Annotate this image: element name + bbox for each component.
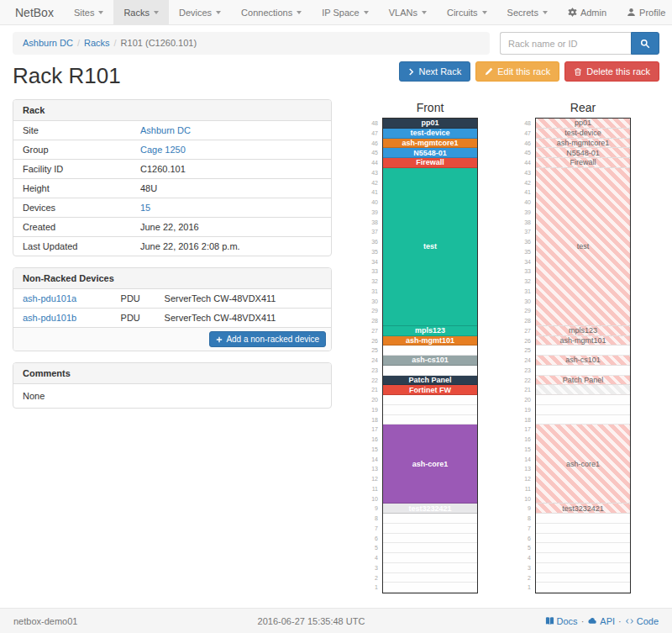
device-block-ash-mgmtcore1[interactable]: ash-mgmtcore1 xyxy=(383,139,477,149)
empty-unit xyxy=(383,543,477,553)
unit-number: 6 xyxy=(366,534,378,544)
unit-number: 15 xyxy=(366,445,378,455)
footer-link-api[interactable]: API xyxy=(587,616,615,626)
nav-item-ip-space[interactable]: IP Space xyxy=(312,0,378,24)
next-rack-button[interactable]: Next Rack xyxy=(399,61,470,82)
unit-number: 23 xyxy=(366,366,378,376)
device-block-ash-core1[interactable]: ash-core1 xyxy=(536,425,630,504)
non-racked-devices-table: ash-pdu101aPDUServerTech CW-48VDX411ash-… xyxy=(13,289,331,327)
unit-number: 35 xyxy=(519,247,531,257)
non-racked-devices-panel: Non-Racked Devices ash-pdu101aPDUServerT… xyxy=(13,267,332,351)
attribute-value-link[interactable]: Ashburn DC xyxy=(140,125,191,135)
unit-number: 43 xyxy=(519,168,531,178)
caret-down-icon xyxy=(422,11,427,14)
device-block-mpls123[interactable]: mpls123 xyxy=(383,326,477,336)
comments-panel-title: Comments xyxy=(13,363,331,384)
rack-attribute-row: SiteAshburn DC xyxy=(13,121,331,140)
device-block-ash-core1[interactable]: ash-core1 xyxy=(383,425,477,504)
button-label: Next Rack xyxy=(418,66,461,76)
brand-netbox[interactable]: NetBox xyxy=(10,0,64,24)
device-block-test-device[interactable]: test-device xyxy=(536,129,630,139)
unit-number: 16 xyxy=(366,435,378,445)
unit-number: 7 xyxy=(366,524,378,534)
unit-number: 18 xyxy=(519,415,531,425)
attribute-label: Group xyxy=(13,140,131,160)
unit-number: 2 xyxy=(366,573,378,583)
front-rack-body: pp01test-deviceash-mgmtcore1N5548-01Fire… xyxy=(382,118,478,593)
footer-link-code[interactable]: Code xyxy=(625,616,659,626)
pencil-icon xyxy=(485,67,493,76)
device-block-ash-mgmt101[interactable]: ash-mgmt101 xyxy=(383,336,477,346)
attribute-value: C1260.101 xyxy=(131,160,331,179)
rack-actions: Next RackEdit this rackDelete this rack xyxy=(399,61,659,82)
nav-profile[interactable]: Profile xyxy=(617,0,672,24)
nav-item-racks[interactable]: Racks xyxy=(113,0,169,24)
unit-number: 21 xyxy=(519,385,531,395)
add-non-racked-device-button[interactable]: Add a non-racked device xyxy=(209,331,326,347)
attribute-label: Devices xyxy=(13,198,131,218)
device-block-patch-panel[interactable]: Patch Panel xyxy=(383,376,477,386)
device-block-ash-cs101[interactable]: ash-cs101 xyxy=(536,356,630,366)
device-block-test-device[interactable]: test-device xyxy=(383,129,477,139)
nav-item-secrets[interactable]: Secrets xyxy=(497,0,558,24)
breadcrumb-item[interactable]: Ashburn DC xyxy=(23,38,73,48)
device-name-link[interactable]: ash-pdu101b xyxy=(23,313,76,323)
device-role-cell: PDU xyxy=(112,289,155,309)
unit-number: 3 xyxy=(519,563,531,573)
empty-unit xyxy=(536,346,630,356)
device-block-ash-mgmtcore1[interactable]: ash-mgmtcore1 xyxy=(536,139,630,149)
attribute-value-link[interactable]: Cage 1250 xyxy=(140,145,186,155)
unit-number: 9 xyxy=(366,504,378,514)
nav-admin[interactable]: Admin xyxy=(558,0,617,24)
attribute-value-link[interactable]: 15 xyxy=(140,203,150,213)
device-block-pp01[interactable]: pp01 xyxy=(383,119,477,129)
delete-this-rack-button[interactable]: Delete this rack xyxy=(564,61,659,82)
device-block-firewall[interactable]: Firewall xyxy=(536,158,630,168)
plus-icon xyxy=(216,336,223,343)
unit-number: 41 xyxy=(519,187,531,198)
nav-item-label: VLANs xyxy=(389,8,417,18)
comments-body: None xyxy=(13,384,331,408)
device-block-label: Firewall xyxy=(416,158,444,166)
device-block-fortinet-fw[interactable] xyxy=(536,385,630,395)
rack-search-button[interactable] xyxy=(631,32,659,55)
page-title: Rack R101 xyxy=(13,63,121,89)
device-block-n5548-01[interactable]: N5548-01 xyxy=(536,148,630,158)
device-name-link[interactable]: ash-pdu101a xyxy=(23,293,76,303)
user-icon xyxy=(627,8,636,17)
unit-number: 24 xyxy=(366,356,378,366)
unit-number: 30 xyxy=(366,297,378,307)
nav-item-label: Secrets xyxy=(507,8,538,18)
nav-item-connections[interactable]: Connections xyxy=(231,0,312,24)
device-block-pp01[interactable]: pp01 xyxy=(536,119,630,129)
device-block-ash-mgmt101[interactable]: ash-mgmt101 xyxy=(536,336,630,346)
empty-unit xyxy=(536,553,630,563)
nav-item-vlans[interactable]: VLANs xyxy=(379,0,437,24)
unit-number: 38 xyxy=(366,218,378,228)
empty-unit xyxy=(383,514,477,524)
rack-details-column: Rack SiteAshburn DCGroupCage 1250Facilit… xyxy=(13,99,332,593)
nav-item-circuits[interactable]: Circuits xyxy=(437,0,497,24)
footer-link-label: API xyxy=(600,616,615,626)
unit-number: 9 xyxy=(519,504,531,514)
device-block-patch-panel[interactable]: Patch Panel xyxy=(536,376,630,386)
device-block-test3232421[interactable]: test3232421 xyxy=(536,504,630,514)
breadcrumb-item[interactable]: Racks xyxy=(84,38,110,48)
device-block-mpls123[interactable]: mpls123 xyxy=(536,326,630,336)
footer-link-docs[interactable]: Docs xyxy=(545,616,578,626)
nav-item-sites[interactable]: Sites xyxy=(64,0,113,24)
device-block-ash-cs101[interactable]: ash-cs101 xyxy=(383,356,477,366)
empty-unit xyxy=(383,405,477,415)
nav-item-devices[interactable]: Devices xyxy=(169,0,231,24)
device-block-test3232421[interactable]: test3232421 xyxy=(383,504,477,514)
device-block-test[interactable]: test xyxy=(383,168,477,326)
rack-attribute-row: GroupCage 1250 xyxy=(13,140,331,160)
device-block-fortinet-fw[interactable]: Fortinet FW xyxy=(383,385,477,395)
edit-this-rack-button[interactable]: Edit this rack xyxy=(475,61,559,82)
front-elevation-title: Front xyxy=(417,101,444,114)
unit-number: 34 xyxy=(519,257,531,267)
device-block-firewall[interactable]: Firewall xyxy=(383,158,477,168)
rack-search-input[interactable] xyxy=(500,32,631,55)
device-block-test[interactable]: test xyxy=(536,168,630,326)
device-block-n5548-01[interactable]: N5548-01 xyxy=(383,148,477,158)
